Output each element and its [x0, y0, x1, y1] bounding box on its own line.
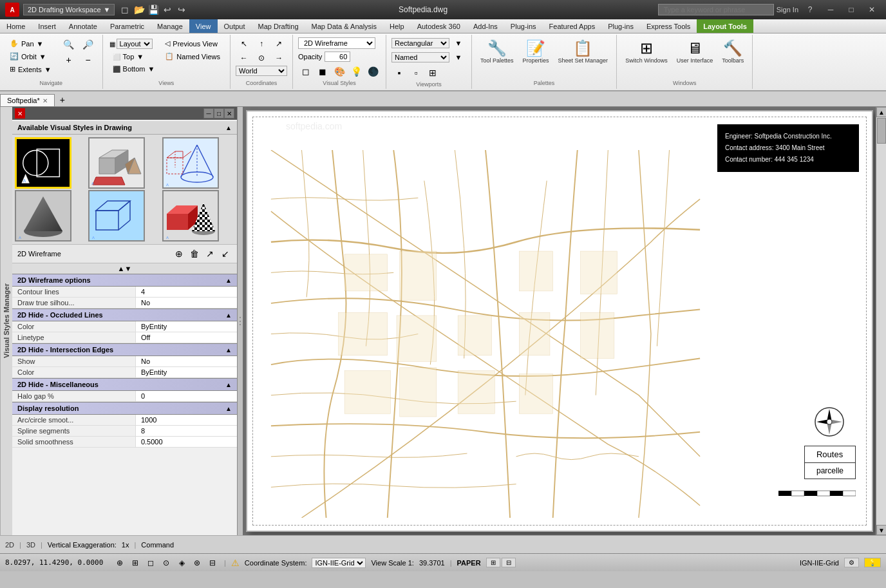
- arc-smooth-value[interactable]: 1000: [136, 415, 237, 425]
- model-tab-btn[interactable]: ⊞: [486, 558, 500, 567]
- shade-btn[interactable]: 🎨: [332, 64, 347, 79]
- viewport-select[interactable]: Rectangular: [391, 38, 449, 48]
- qat-save[interactable]: 💾: [147, 3, 160, 16]
- zoom-window-btn[interactable]: 🔍: [60, 37, 78, 52]
- sign-in-link[interactable]: Sign In: [777, 6, 798, 14]
- user-interface-btn[interactable]: 🖥 User Interface: [674, 37, 717, 66]
- edge-style-btn[interactable]: ◻: [298, 64, 314, 79]
- ortho-icon[interactable]: ◻: [144, 556, 157, 569]
- intersection-edges-header[interactable]: 2D Hide - Intersection Edges ▲: [12, 343, 237, 356]
- menu-addins[interactable]: Add-Ins: [467, 19, 504, 33]
- scroll-down-btn[interactable]: ▼: [876, 525, 886, 535]
- otrack-icon[interactable]: ⊛: [191, 556, 203, 569]
- new-doc-button[interactable]: +: [56, 93, 69, 106]
- intersection-show-value[interactable]: No: [136, 356, 237, 366]
- viewport-named-btn[interactable]: ▼: [451, 52, 466, 63]
- menu-featured[interactable]: Featured Apps: [543, 19, 602, 33]
- osnap-icon[interactable]: ◈: [175, 556, 188, 569]
- create-style-btn[interactable]: ⊕: [173, 247, 185, 260]
- mode-3d[interactable]: 3D: [26, 541, 35, 549]
- display-resolution-header[interactable]: Display resolution ▲: [12, 402, 237, 415]
- menu-view[interactable]: View: [189, 19, 218, 33]
- panel-close-btn[interactable]: ✕: [15, 108, 25, 119]
- menu-plugins2[interactable]: Plug-ins: [601, 19, 640, 33]
- doc-tab-close[interactable]: ✕: [42, 97, 48, 104]
- world-select[interactable]: World: [236, 66, 287, 76]
- halo-gap-value[interactable]: 0: [136, 391, 237, 401]
- zoom-all-btn[interactable]: 🔎: [79, 37, 97, 52]
- style-thumb-shaded[interactable]: A: [15, 190, 71, 242]
- menu-plugins[interactable]: Plug-ins: [504, 19, 543, 33]
- search-input[interactable]: [658, 4, 774, 15]
- vs-panel-collapse[interactable]: ▲: [225, 124, 232, 131]
- layout-tab-btn[interactable]: ⊟: [502, 558, 516, 567]
- style-thumb-3d-wireframe[interactable]: A: [88, 190, 145, 242]
- dynin-icon[interactable]: ⊟: [206, 556, 219, 569]
- style-thumb-2d-wireframe[interactable]: A: [15, 137, 71, 189]
- pan-button[interactable]: ✋ Pan ▼: [5, 37, 56, 50]
- opacity-input[interactable]: [325, 52, 350, 62]
- extents-button[interactable]: ⊞ Extents ▼: [5, 63, 56, 75]
- grid-icon[interactable]: ⊞: [129, 556, 142, 569]
- occluded-color-value[interactable]: ByEntity: [136, 321, 237, 332]
- zoom-out-btn[interactable]: −: [79, 53, 97, 67]
- exaggeration-value[interactable]: 1x: [122, 541, 129, 549]
- properties-btn[interactable]: 📝 Properties: [520, 37, 552, 66]
- menu-output[interactable]: Output: [218, 19, 252, 33]
- menu-map-data[interactable]: Map Data & Analysis: [305, 19, 384, 33]
- qat-open[interactable]: 📂: [133, 3, 146, 16]
- panel-minimize-btn[interactable]: ─: [203, 108, 214, 119]
- panel-float-btn[interactable]: □: [214, 108, 224, 119]
- top-view-btn[interactable]: ⬜ Top ▼: [108, 51, 160, 62]
- maximize-button[interactable]: □: [842, 3, 860, 16]
- delete-style-btn[interactable]: 🗑: [188, 247, 201, 260]
- light-btn[interactable]: 💡: [348, 64, 364, 79]
- visual-style-select[interactable]: 2D Wireframe: [298, 37, 375, 49]
- menu-insert[interactable]: Insert: [32, 19, 62, 33]
- occluded-linetype-value[interactable]: Off: [136, 332, 237, 343]
- menu-autodesk360[interactable]: Autodesk 360: [411, 19, 467, 33]
- coord-btn-5[interactable]: ⊙: [253, 52, 269, 64]
- previous-view-btn[interactable]: ◁ Previous View: [160, 37, 225, 50]
- qat-undo[interactable]: ↩: [161, 3, 174, 16]
- tool-palettes-btn[interactable]: 🔧 Tool Palettes: [477, 37, 517, 66]
- notification-btn[interactable]: 💡: [864, 558, 881, 567]
- coord-btn-3[interactable]: ↗: [271, 37, 287, 50]
- export-style-btn[interactable]: ↗: [203, 247, 216, 260]
- viewport-menu-btn[interactable]: ▼: [451, 37, 466, 49]
- scroll-thumb[interactable]: [877, 118, 886, 144]
- import-style-btn[interactable]: ↙: [219, 247, 232, 260]
- silhouette-value[interactable]: No: [136, 298, 237, 308]
- zoom-in-btn[interactable]: +: [60, 53, 78, 67]
- spline-segments-value[interactable]: 8: [136, 426, 237, 436]
- doc-tab-softpedia[interactable]: Softpedia* ✕: [0, 94, 55, 106]
- qat-new[interactable]: ◻: [118, 3, 131, 16]
- coord-btn-1[interactable]: ↖: [236, 37, 252, 50]
- bottom-view-btn[interactable]: ⬛ Bottom ▼: [108, 63, 160, 75]
- coord-system-select[interactable]: IGN-IIE-Grid: [312, 558, 366, 568]
- solid-smoothness-value[interactable]: 0.5000: [136, 437, 237, 447]
- minimize-button[interactable]: ─: [822, 3, 840, 16]
- layout-select[interactable]: Layout: [117, 39, 153, 49]
- style-thumb-conceptual[interactable]: A: [88, 137, 145, 189]
- style-thumb-realistic[interactable]: A: [162, 190, 219, 242]
- wireframe-options-header[interactable]: 2D Wireframe options ▲: [12, 274, 237, 287]
- shadow-btn[interactable]: 🌑: [365, 64, 381, 79]
- named-viewport-select[interactable]: Named: [391, 52, 449, 62]
- intersection-color-value[interactable]: ByEntity: [136, 367, 237, 377]
- view-scale-value[interactable]: 39.3701: [419, 559, 445, 567]
- coord-btn-4[interactable]: ←: [236, 52, 252, 64]
- help-button[interactable]: ?: [801, 3, 819, 16]
- menu-parametric[interactable]: Parametric: [104, 19, 151, 33]
- polar-icon[interactable]: ⊙: [160, 556, 173, 569]
- miscellaneous-header[interactable]: 2D Hide - Miscellaneous ▲: [12, 378, 237, 391]
- menu-home[interactable]: Home: [0, 19, 32, 33]
- grid-viewport-btn[interactable]: ⊞: [425, 66, 440, 80]
- panel-resize-divider[interactable]: [238, 107, 243, 535]
- snap-icon[interactable]: ⊕: [113, 556, 126, 569]
- menu-annotate[interactable]: Annotate: [62, 19, 104, 33]
- occluded-lines-header[interactable]: 2D Hide - Occluded Lines ▲: [12, 308, 237, 321]
- panel-close2-btn[interactable]: ✕: [224, 108, 234, 119]
- menu-map-drafting[interactable]: Map Drafting: [252, 19, 305, 33]
- workspace-selector[interactable]: 2D Drafting Workspace ▼: [23, 4, 115, 15]
